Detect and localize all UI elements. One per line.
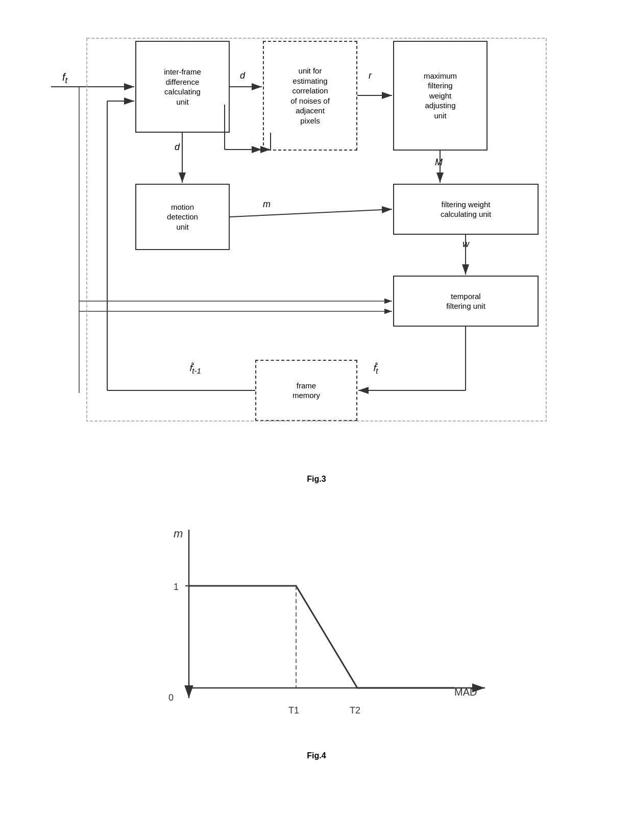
fig4-caption: Fig.4: [31, 751, 602, 760]
fig4-graph: m 1 0 T1 T2 MAD: [138, 514, 495, 746]
svg-text:1: 1: [174, 582, 179, 592]
r-label: r: [369, 70, 372, 81]
inter-frame-block: inter-frame difference calculating unit: [135, 41, 230, 133]
w-label: w: [462, 239, 469, 250]
correlation-unit-block: unit for estimating correlation of noise…: [263, 41, 357, 151]
M-label: M: [435, 157, 443, 168]
d1-label: d: [240, 70, 245, 81]
svg-text:m: m: [174, 527, 183, 540]
filtering-weight-block: filtering weight calculating unit: [393, 184, 539, 235]
temporal-filtering-block: temporal filtering unit: [393, 276, 539, 327]
m-label: m: [263, 199, 271, 210]
ft-label: ft: [62, 71, 67, 86]
svg-text:T2: T2: [350, 705, 360, 715]
svg-text:MAD: MAD: [454, 686, 477, 698]
frame-memory-block: frame memory: [255, 360, 357, 421]
svg-line-13: [230, 209, 392, 217]
ft-hat-label: f̂t: [373, 362, 378, 375]
svg-text:0: 0: [168, 693, 174, 703]
max-filtering-block: maximum filtering weight adjusting unit: [393, 41, 488, 151]
fig4-svg: m 1 0 T1 T2 MAD: [138, 514, 495, 744]
fig3-diagram: inter-frame difference calculating unit …: [36, 26, 597, 470]
ft1-hat-label: f̂t-1: [189, 362, 201, 375]
d2-label: d: [175, 142, 180, 153]
motion-detection-block: motion detection unit: [135, 184, 230, 250]
svg-text:T1: T1: [288, 705, 299, 715]
fig3-caption: Fig.3: [31, 475, 602, 484]
